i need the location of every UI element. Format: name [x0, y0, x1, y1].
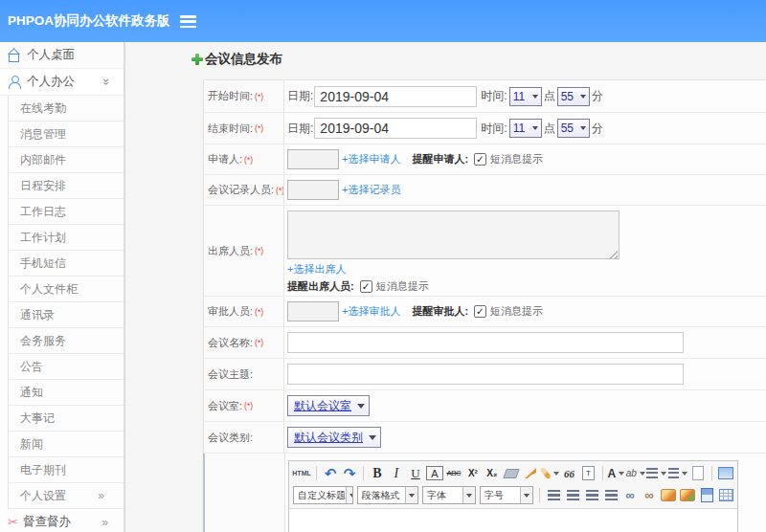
- unlink-icon[interactable]: ∞: [641, 486, 658, 504]
- sidebar-item[interactable]: 日程安排: [9, 173, 124, 199]
- scissors-icon: ✂: [8, 515, 18, 529]
- rich-text-editor: HTML↶↷BIUAABCX²X₂66Aab 自定义标题段落格式字体字号∞∞: [288, 460, 738, 532]
- editor-toolbar: HTML↶↷BIUAABCX²X₂66Aab 自定义标题段落格式字体字号∞∞: [289, 461, 737, 509]
- fullscreen-icon[interactable]: [717, 464, 734, 482]
- blockquote-icon[interactable]: 66: [561, 464, 578, 482]
- heading-select[interactable]: 自定义标题: [293, 486, 353, 504]
- sidebar-item[interactable]: 手机短信: [9, 251, 124, 277]
- paragraph-select[interactable]: 段落格式: [357, 486, 418, 504]
- sidebar-item-office[interactable]: 个人办公 »: [0, 69, 124, 96]
- font-style-icon[interactable]: A: [426, 466, 443, 480]
- choose-attendees-link[interactable]: +选择出席人: [287, 262, 346, 277]
- menu-toggle-icon[interactable]: [180, 15, 196, 28]
- align-right-icon[interactable]: [583, 486, 600, 504]
- sidebar-item[interactable]: 电子期刊: [9, 457, 124, 483]
- italic-icon[interactable]: I: [388, 464, 405, 482]
- highlight-color-icon[interactable]: ab: [626, 464, 644, 482]
- link-icon[interactable]: ∞: [621, 486, 639, 504]
- chevron-right-icon: »: [101, 516, 107, 529]
- add-icon: [192, 54, 204, 66]
- new-document-icon[interactable]: [689, 464, 707, 482]
- sidebar-item[interactable]: 工作计划: [9, 225, 124, 251]
- sidebar-item[interactable]: 工作日志: [9, 199, 124, 225]
- row-meeting-subject: 会议主题:: [203, 359, 766, 390]
- applicant-input[interactable]: [287, 149, 339, 169]
- font-family-select[interactable]: 字体: [422, 486, 476, 504]
- end-minute-select[interactable]: 55: [557, 119, 590, 138]
- row-applicant: 申请人:(*) +选择申请人 提醒申请人: 短消息提示: [203, 144, 766, 175]
- align-center-icon[interactable]: [564, 486, 581, 504]
- sidebar-item[interactable]: 会务服务: [9, 328, 124, 354]
- start-minute-select[interactable]: 55: [557, 87, 590, 106]
- sidebar-item[interactable]: 个人设置»: [9, 483, 124, 509]
- sidebar-item-desktop[interactable]: 个人桌面: [0, 42, 124, 69]
- attendees-sms-checkbox[interactable]: [360, 280, 372, 293]
- sidebar-item[interactable]: 消息管理: [9, 122, 124, 147]
- recorder-input[interactable]: [287, 180, 339, 200]
- sidebar-item[interactable]: 内部邮件: [9, 147, 124, 173]
- end-hour-select[interactable]: 11: [509, 119, 542, 138]
- row-approver: 审批人员:(*) +选择审批人 提醒审批人: 短消息提示: [203, 297, 766, 327]
- sidebar: 个人桌面 个人办公 » 在线考勤消息管理内部邮件日程安排工作日志工作计划手机短信…: [0, 42, 125, 532]
- strikethrough-icon[interactable]: ABC: [445, 464, 462, 482]
- applicant-sms-checkbox[interactable]: [474, 153, 486, 166]
- chevron-down-icon: »: [101, 78, 115, 86]
- subscript-icon[interactable]: X₂: [484, 464, 501, 482]
- row-editor: HTML↶↷BIUAABCX²X₂66Aab 自定义标题段落格式字体字号∞∞: [203, 454, 766, 532]
- sidebar-item[interactable]: 个人文件柜: [9, 277, 124, 302]
- sidebar-item-supervise[interactable]: ✂ 督查督办 »: [0, 509, 124, 532]
- start-hour-select[interactable]: 11: [509, 87, 542, 106]
- justify-icon[interactable]: [602, 486, 620, 504]
- unordered-list-icon[interactable]: [668, 464, 687, 482]
- start-date-input[interactable]: [314, 86, 477, 107]
- sidebar-item[interactable]: 通知: [9, 380, 124, 406]
- align-left-icon[interactable]: [545, 486, 562, 504]
- sidebar-item[interactable]: 在线考勤: [9, 96, 124, 122]
- paste-plain-icon[interactable]: [580, 464, 597, 482]
- sidebar-item[interactable]: 通讯录: [9, 302, 124, 328]
- sidebar-item[interactable]: 大事记: [9, 406, 124, 432]
- meeting-form: 开始时间:(*) 日期: 时间: 11 点 55 分 结束时间:(*) 日期: …: [203, 79, 766, 532]
- choose-recorder-link[interactable]: +选择记录员: [342, 183, 400, 197]
- approver-input[interactable]: [287, 301, 339, 321]
- row-end-time: 结束时间:(*) 日期: 时间: 11 点 55 分: [203, 113, 766, 144]
- approver-sms-checkbox[interactable]: [474, 305, 486, 318]
- font-color-icon[interactable]: A: [607, 464, 624, 482]
- ordered-list-icon[interactable]: [646, 464, 665, 482]
- user-icon: [8, 76, 20, 88]
- superscript-icon[interactable]: X²: [464, 464, 482, 482]
- font-size-select[interactable]: 字号: [480, 486, 533, 504]
- end-date-input[interactable]: [314, 118, 477, 139]
- choose-approver-link[interactable]: +选择审批人: [342, 304, 400, 319]
- table-icon[interactable]: [717, 486, 734, 504]
- html-source-icon[interactable]: HTML: [292, 464, 311, 482]
- media-icon[interactable]: [698, 486, 715, 504]
- eraser-icon[interactable]: [503, 464, 520, 482]
- row-start-time: 开始时间:(*) 日期: 时间: 11 点 55 分: [203, 80, 766, 113]
- chevron-right-icon: »: [98, 483, 103, 508]
- meeting-category-select[interactable]: 默认会议类别: [287, 427, 381, 448]
- choose-applicant-link[interactable]: +选择申请人: [342, 152, 400, 166]
- magic-format-icon[interactable]: [541, 464, 559, 482]
- app-header: PHPOA协同办公软件政务版: [0, 0, 766, 42]
- row-recorder: 会议记录人员:(*) +选择记录员: [203, 175, 766, 206]
- multi-image-icon[interactable]: [679, 486, 696, 504]
- row-meeting-category: 会议类别: 默认会议类别: [203, 422, 766, 454]
- meeting-subject-input[interactable]: [287, 364, 684, 385]
- undo-icon[interactable]: ↶: [322, 464, 339, 482]
- meeting-name-input[interactable]: [287, 332, 684, 353]
- underline-icon[interactable]: U: [407, 464, 424, 482]
- meeting-room-select[interactable]: 默认会议室: [287, 395, 370, 416]
- row-meeting-name: 会议名称:(*): [203, 327, 766, 359]
- page-title: 会议信息发布: [192, 51, 766, 68]
- attendees-textarea[interactable]: [287, 211, 620, 259]
- bold-icon[interactable]: B: [369, 464, 386, 482]
- sidebar-item[interactable]: 新闻: [9, 432, 124, 457]
- image-icon[interactable]: [660, 486, 677, 504]
- sidebar-item[interactable]: 公告: [9, 354, 124, 380]
- editor-content[interactable]: [289, 509, 737, 532]
- home-icon: [8, 49, 20, 61]
- row-attendees: 出席人员:(*) +选择出席人 提醒出席人员: 短消息提示: [203, 206, 766, 297]
- redo-icon[interactable]: ↷: [341, 464, 358, 482]
- format-brush-icon[interactable]: [522, 464, 539, 482]
